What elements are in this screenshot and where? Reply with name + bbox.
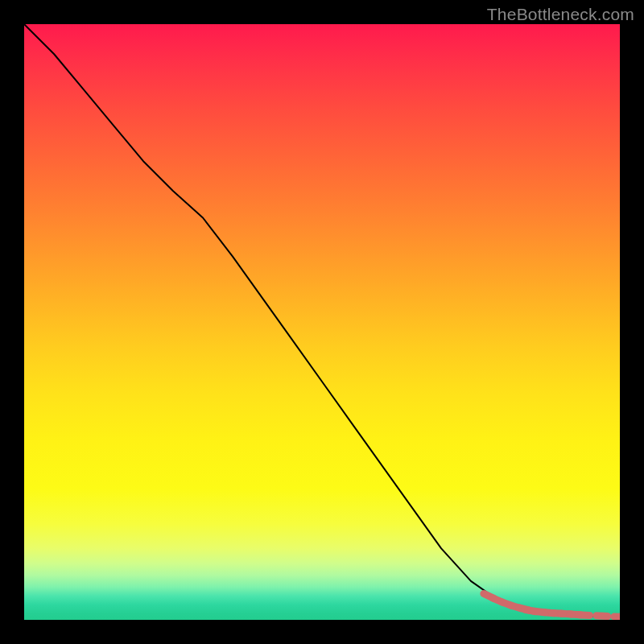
gradient-background bbox=[24, 24, 620, 620]
plot-area bbox=[24, 24, 620, 620]
chart-stage: TheBottleneck.com bbox=[0, 0, 644, 644]
attribution-text: TheBottleneck.com bbox=[487, 5, 634, 24]
